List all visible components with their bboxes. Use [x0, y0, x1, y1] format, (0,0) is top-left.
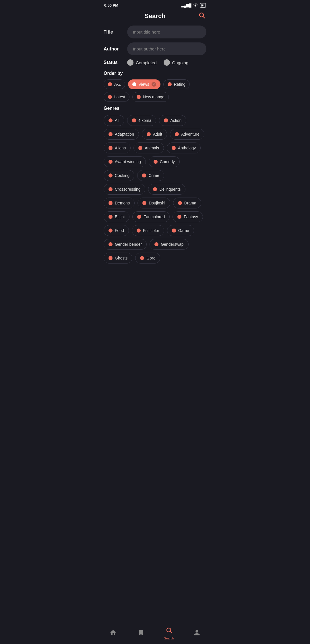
genre-label: Food: [115, 228, 124, 233]
order-by-chips: A-Z Views ✕ Rating Latest New manga: [99, 79, 211, 102]
genre-label: Adaptation: [115, 132, 134, 136]
genre-chip-all[interactable]: All: [104, 115, 124, 126]
search-form: Title Author Status Completed Ongoing: [99, 26, 211, 66]
genre-chip-adult[interactable]: Adult: [142, 129, 167, 140]
chip-newmanga[interactable]: New manga: [132, 92, 169, 102]
completed-radio[interactable]: [127, 59, 133, 66]
genre-label: Demons: [115, 201, 130, 205]
genre-label: Comedy: [160, 159, 175, 164]
status-ongoing[interactable]: Ongoing: [164, 59, 189, 66]
nav-search[interactable]: Search: [160, 627, 178, 640]
chip-rating-dot: [168, 82, 172, 86]
genre-chip-cooking[interactable]: Cooking: [104, 170, 134, 181]
genre-chip-delinquents[interactable]: Delinquents: [148, 184, 185, 195]
genre-chip-genderswap[interactable]: Genderswap: [150, 239, 188, 250]
genre-label: Genderswap: [161, 242, 183, 247]
genre-dot: [137, 215, 141, 219]
genre-chip-adventure[interactable]: Adventure: [170, 129, 204, 140]
genre-dot: [108, 215, 113, 219]
genre-label: Ecchi: [115, 214, 125, 219]
genre-label: Animals: [145, 146, 159, 150]
genre-label: Aliens: [115, 146, 126, 150]
genre-dot: [108, 256, 113, 260]
genre-chip-award-winning[interactable]: Award winning: [104, 156, 146, 167]
profile-icon: [193, 629, 200, 638]
search-nav-icon: [166, 627, 173, 635]
genre-chip-demons[interactable]: Demons: [104, 198, 135, 208]
status-options: Completed Ongoing: [127, 59, 188, 66]
genre-label: Crime: [148, 173, 159, 178]
genre-label: Adventure: [181, 132, 199, 136]
chip-latest-dot: [108, 95, 112, 99]
title-input[interactable]: [127, 26, 206, 38]
search-nav-label: Search: [164, 637, 174, 640]
ongoing-radio[interactable]: [164, 59, 170, 66]
chip-newmanga-dot: [137, 95, 141, 99]
completed-label: Completed: [136, 60, 157, 65]
genre-chip-gore[interactable]: Gore: [135, 253, 160, 264]
genre-chip-adaptation[interactable]: Adaptation: [104, 129, 139, 140]
genre-chip-gender-bender[interactable]: Gender bender: [104, 239, 147, 250]
svg-line-3: [170, 632, 172, 633]
genre-label: Anthology: [178, 146, 196, 150]
nav-home[interactable]: [104, 629, 122, 638]
status-completed[interactable]: Completed: [127, 59, 157, 66]
author-input[interactable]: [127, 42, 206, 55]
genre-dot: [108, 146, 113, 150]
genre-dot: [177, 215, 181, 219]
title-label: Title: [104, 30, 124, 35]
chip-latest[interactable]: Latest: [104, 92, 129, 102]
genre-dot: [154, 242, 158, 246]
genre-dot: [172, 146, 176, 150]
genre-chip-4-koma[interactable]: 4 koma: [127, 115, 156, 126]
nav-profile[interactable]: [188, 629, 206, 638]
genre-chip-aliens[interactable]: Aliens: [104, 143, 131, 153]
genre-chip-action[interactable]: Action: [159, 115, 186, 126]
genre-chip-doujinshi[interactable]: Doujinshi: [137, 198, 170, 208]
chip-views[interactable]: Views ✕: [128, 79, 160, 89]
genre-label: Cooking: [115, 173, 129, 178]
nav-bookmarks[interactable]: [132, 629, 150, 638]
chip-latest-label: Latest: [114, 95, 125, 99]
chip-views-dot: [132, 82, 136, 86]
genre-chip-game[interactable]: Game: [167, 225, 194, 236]
genre-dot: [108, 118, 113, 122]
genre-label: Crossdressing: [115, 187, 140, 192]
genre-label: Delinquents: [159, 187, 181, 192]
genre-label: Fan colored: [144, 214, 165, 219]
genre-chip-fan-colored[interactable]: Fan colored: [132, 211, 170, 222]
page-header: Search: [99, 9, 211, 24]
header-search-icon[interactable]: [198, 12, 205, 20]
chip-views-close[interactable]: ✕: [152, 82, 156, 87]
genre-chip-animals[interactable]: Animals: [133, 143, 164, 153]
genre-dot: [154, 160, 158, 164]
status-bar: 6:50 PM ▂▄▆█ 94: [99, 0, 211, 9]
genre-label: Gore: [146, 256, 155, 260]
bookmarks-icon: [137, 629, 144, 638]
genre-chip-comedy[interactable]: Comedy: [149, 156, 180, 167]
genre-dot: [108, 132, 113, 136]
chip-az[interactable]: A-Z: [104, 79, 125, 89]
genre-dot: [108, 201, 113, 205]
genre-dot: [153, 187, 157, 191]
genre-chip-crossdressing[interactable]: Crossdressing: [104, 184, 145, 195]
genres-chips: All 4 koma Action Adaptation Adult Adven…: [104, 115, 206, 264]
genre-dot: [175, 132, 179, 136]
chip-rating[interactable]: Rating: [163, 79, 190, 89]
genre-chip-crime[interactable]: Crime: [137, 170, 164, 181]
genre-chip-fantasy[interactable]: Fantasy: [173, 211, 203, 222]
genres-title: Genres: [104, 106, 206, 111]
genre-label: Full color: [143, 228, 159, 233]
bottom-nav: Search: [99, 624, 211, 644]
genre-label: Gender bender: [115, 242, 142, 247]
genre-chip-drama[interactable]: Drama: [173, 198, 201, 208]
author-row: Author: [104, 42, 206, 55]
genre-dot: [142, 173, 146, 177]
genre-chip-anthology[interactable]: Anthology: [167, 143, 201, 153]
genre-chip-full-color[interactable]: Full color: [132, 225, 164, 236]
genre-chip-food[interactable]: Food: [104, 225, 129, 236]
status-icons: ▂▄▆█ 94: [181, 3, 206, 8]
status-row: Status Completed Ongoing: [104, 59, 206, 66]
genre-chip-ghosts[interactable]: Ghosts: [104, 253, 132, 264]
genre-chip-ecchi[interactable]: Ecchi: [104, 211, 129, 222]
